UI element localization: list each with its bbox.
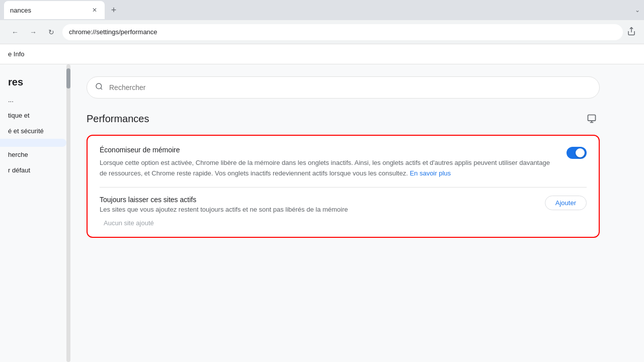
sidebar-scrollbar-thumb	[66, 68, 70, 88]
svg-point-1	[96, 83, 102, 89]
svg-rect-3	[588, 115, 596, 121]
tab-title: nances	[10, 7, 87, 14]
main-layout: res ... tique et é et sécurité herche r …	[0, 64, 644, 362]
always-active-row: Toujours laisser ces sites actifs Les si…	[100, 187, 587, 227]
memory-saver-desc-text: Lorsque cette option est activée, Chrome…	[100, 159, 550, 177]
back-button[interactable]: ←	[8, 25, 22, 39]
sidebar-item-0[interactable]: ...	[0, 92, 66, 108]
search-bar-container	[87, 76, 628, 99]
memory-saver-row: Économiseur de mémoire Lorsque cette opt…	[100, 146, 587, 179]
active-tab[interactable]: nances ✕	[4, 1, 105, 19]
share-button[interactable]	[627, 27, 636, 38]
new-tab-button[interactable]: +	[107, 3, 121, 17]
tab-close-button[interactable]: ✕	[91, 6, 99, 14]
reload-button[interactable]: ↻	[44, 25, 58, 39]
always-active-description: Les sites que vous ajoutez restent toujo…	[100, 206, 545, 213]
search-input[interactable]	[109, 83, 591, 92]
sidebar-item-4[interactable]: herche	[0, 147, 66, 162]
sidebar: res ... tique et é et sécurité herche r …	[0, 64, 70, 362]
memory-saver-content: Économiseur de mémoire Lorsque cette opt…	[100, 146, 558, 179]
sidebar-scrollbar[interactable]	[66, 64, 70, 362]
sidebar-title: res	[0, 68, 70, 92]
svg-line-2	[101, 88, 102, 89]
performance-card: Économiseur de mémoire Lorsque cette opt…	[87, 135, 600, 238]
content-area: Performances Économiseur de mémoire	[70, 64, 644, 362]
empty-sites-message: Aucun site ajouté	[100, 219, 545, 227]
sidebar-item-2[interactable]: é et sécurité	[0, 123, 66, 139]
address-text: chrome://settings/performance	[69, 28, 157, 36]
sidebar-item-5[interactable]: r défaut	[0, 162, 66, 178]
tab-bar: nances ✕ + ⌄	[0, 0, 644, 20]
search-icon	[95, 82, 103, 93]
always-active-content: Toujours laisser ces sites actifs Les si…	[100, 196, 545, 227]
memory-saver-learn-more-link[interactable]: En savoir plus	[410, 169, 451, 177]
address-bar-row: ← → ↻ chrome://settings/performance	[0, 20, 644, 44]
forward-button[interactable]: →	[26, 25, 40, 39]
sidebar-item-1[interactable]: tique et	[0, 108, 66, 123]
section-title: Performances	[87, 113, 149, 125]
sidebar-item-3-active[interactable]	[0, 139, 66, 147]
breadcrumb: e Info	[8, 50, 25, 58]
memory-saver-description: Lorsque cette option est activée, Chrome…	[100, 158, 558, 179]
always-active-title: Toujours laisser ces sites actifs	[100, 196, 545, 204]
toggle-slider	[567, 147, 587, 159]
address-bar[interactable]: chrome://settings/performance	[62, 24, 623, 40]
search-bar[interactable]	[87, 76, 600, 99]
memory-saver-title: Économiseur de mémoire	[100, 146, 558, 154]
memory-saver-toggle[interactable]	[567, 147, 587, 159]
tab-dropdown-icon[interactable]: ⌄	[635, 7, 640, 14]
section-heading: Performances	[87, 111, 600, 127]
feedback-button[interactable]	[584, 111, 600, 127]
breadcrumb-part1: e Info	[8, 50, 25, 58]
subheader: e Info	[0, 44, 644, 64]
add-site-button[interactable]: Ajouter	[545, 196, 587, 210]
